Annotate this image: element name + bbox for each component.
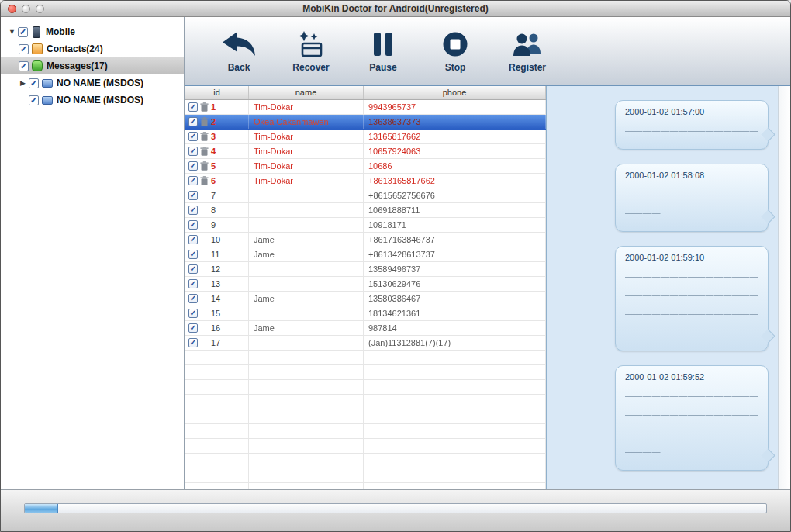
column-header-name[interactable]: name xyxy=(249,86,364,99)
cell-phone: 13165817662 xyxy=(364,130,546,143)
tree-item[interactable]: ▶ ✓ NO NAME (MSDOS) xyxy=(1,74,184,92)
table-row[interactable]: ✓ 6 Tim-Dokar +8613165817662 xyxy=(185,174,546,188)
table-row[interactable]: ✓ 10 Jame +8617163846737 xyxy=(185,233,546,247)
cell-phone: +8613428613737 xyxy=(364,247,546,261)
cell-phone: 9943965737 xyxy=(364,100,546,114)
tree-checkbox[interactable]: ✓ xyxy=(18,27,28,37)
cell-phone: +8617163846737 xyxy=(364,233,546,247)
row-checkbox[interactable]: ✓ xyxy=(188,294,198,303)
table-row[interactable]: ✓ 14 Jame 13580386467 xyxy=(185,292,546,306)
table-row[interactable]: ✓ 15 18134621361 xyxy=(185,306,546,321)
message-line: ———— xyxy=(625,208,758,217)
row-checkbox[interactable]: ✓ xyxy=(188,235,198,244)
row-id-cell: ✓ 10 xyxy=(185,233,249,247)
table-row[interactable]: ✓ 13 15130629476 xyxy=(185,277,546,292)
cell-name xyxy=(249,203,364,217)
cell-name xyxy=(249,188,364,202)
phone-icon xyxy=(33,26,40,38)
table-row[interactable]: ✓ 1 Tim-Dokar 9943965737 xyxy=(185,100,546,115)
row-checkbox[interactable]: ✓ xyxy=(188,102,198,112)
tree-item[interactable]: ✓ Contacts(24) xyxy=(1,40,184,57)
cell-phone: 13589496737 xyxy=(364,262,546,276)
row-id-cell: ✓ 8 xyxy=(185,203,249,217)
messages-list: 2000-01-02 01:57:00 ——————————————— 2000… xyxy=(547,100,778,489)
table-row[interactable]: ✓ 5 Tim-Dokar 10686 xyxy=(185,159,546,174)
row-checkbox[interactable]: ✓ xyxy=(188,132,198,141)
row-checkbox[interactable]: ✓ xyxy=(188,176,198,185)
disclosure-icon[interactable]: ▶ xyxy=(18,79,28,87)
row-checkbox[interactable]: ✓ xyxy=(188,220,198,230)
tree-item-label: NO NAME (MSDOS) xyxy=(57,78,143,88)
results-table: id name phone ✓ 1 Tim-Dokar 9943965737 ✓ xyxy=(185,86,547,489)
pause-button[interactable]: Pause xyxy=(358,30,409,73)
cell-id: 17 xyxy=(211,338,220,347)
close-button[interactable] xyxy=(8,5,16,13)
content-area: id name phone ✓ 1 Tim-Dokar 9943965737 ✓ xyxy=(185,86,790,489)
table-row[interactable]: ✓ 2 Okea Cakanmawen 13638637373 xyxy=(185,115,546,130)
message-timestamp: 2000-01-02 01:57:00 xyxy=(625,107,758,116)
stop-button[interactable]: Stop xyxy=(430,30,481,73)
row-id-cell: ✓ 3 xyxy=(185,130,249,143)
row-checkbox[interactable]: ✓ xyxy=(188,250,198,259)
row-checkbox[interactable]: ✓ xyxy=(188,161,198,171)
row-checkbox[interactable]: ✓ xyxy=(188,323,198,333)
back-button-label: Back xyxy=(228,62,250,73)
table-row[interactable]: ✓ 17 (Jan)11312881(7)(17) xyxy=(185,336,546,351)
table-row[interactable]: ✓ 7 +8615652756676 xyxy=(185,188,546,203)
row-checkbox[interactable]: ✓ xyxy=(188,117,198,126)
tree-checkbox[interactable]: ✓ xyxy=(19,44,29,54)
table-empty-row xyxy=(185,468,546,483)
messages-scrollbar[interactable] xyxy=(778,86,790,489)
cell-id: 4 xyxy=(211,147,216,156)
message-line: ———— xyxy=(625,447,758,456)
row-checkbox[interactable]: ✓ xyxy=(188,147,198,156)
message-bubble: 2000-01-02 01:59:10 ————————————————————… xyxy=(615,246,769,351)
cell-phone: 987814 xyxy=(364,321,546,335)
cell-id: 1 xyxy=(211,102,216,112)
recover-button[interactable]: Recover xyxy=(285,30,337,73)
tree-checkbox[interactable]: ✓ xyxy=(29,95,39,105)
tree-item[interactable]: ✓ NO NAME (MSDOS) xyxy=(1,92,184,109)
zoom-button[interactable] xyxy=(36,5,44,13)
column-header-id[interactable]: id xyxy=(185,86,249,99)
table-empty-row xyxy=(185,351,546,365)
minimize-button[interactable] xyxy=(22,5,30,13)
cell-phone: 10691888711 xyxy=(364,203,546,217)
cell-id: 3 xyxy=(211,132,216,141)
table-row[interactable]: ✓ 4 Tim-Dokar 10657924063 xyxy=(185,144,546,159)
tree-checkbox[interactable]: ✓ xyxy=(29,78,39,88)
message-line: ——————————————— xyxy=(625,189,758,199)
row-checkbox[interactable]: ✓ xyxy=(188,264,198,274)
cell-phone: 15130629476 xyxy=(364,277,546,291)
row-checkbox[interactable]: ✓ xyxy=(188,191,198,200)
table-row[interactable]: ✓ 3 Tim-Dokar 13165817662 xyxy=(185,130,546,144)
row-checkbox[interactable]: ✓ xyxy=(188,338,198,347)
row-checkbox[interactable]: ✓ xyxy=(188,206,198,215)
table-row[interactable]: ✓ 16 Jame 987814 xyxy=(185,321,546,336)
tree-item[interactable]: ✓ Messages(17) xyxy=(1,57,184,74)
row-checkbox[interactable]: ✓ xyxy=(188,279,198,288)
cell-id: 8 xyxy=(211,206,216,215)
disclosure-icon[interactable]: ▼ xyxy=(7,28,17,36)
table-row[interactable]: ✓ 8 10691888711 xyxy=(185,203,546,218)
row-id-cell: ✓ 6 xyxy=(185,174,249,188)
tree-item[interactable]: ▼ ✓ Mobile xyxy=(1,23,184,40)
register-button[interactable]: Register xyxy=(502,30,553,73)
cell-name xyxy=(249,277,364,291)
table-row[interactable]: ✓ 11 Jame +8613428613737 xyxy=(185,247,546,262)
message-lines: ————————————————————————————————————————… xyxy=(625,271,758,337)
window-title: MobiKin Doctor for Android(Unregistered) xyxy=(1,1,790,16)
back-button[interactable]: Back xyxy=(213,30,264,73)
table-row[interactable]: ✓ 12 13589496737 xyxy=(185,262,546,277)
table-row[interactable]: ✓ 9 10918171 xyxy=(185,218,546,233)
message-timestamp: 2000-01-02 01:58:08 xyxy=(625,171,758,180)
tree-checkbox[interactable]: ✓ xyxy=(19,61,29,71)
message-lines: ——————————————— xyxy=(625,126,758,135)
column-header-phone[interactable]: phone xyxy=(364,86,546,99)
table-empty-row xyxy=(185,409,546,424)
row-checkbox[interactable]: ✓ xyxy=(188,309,198,318)
trash-icon xyxy=(200,132,209,141)
row-id-cell: ✓ 9 xyxy=(185,218,249,232)
status-bar xyxy=(1,489,790,531)
cell-id: 10 xyxy=(211,235,220,244)
